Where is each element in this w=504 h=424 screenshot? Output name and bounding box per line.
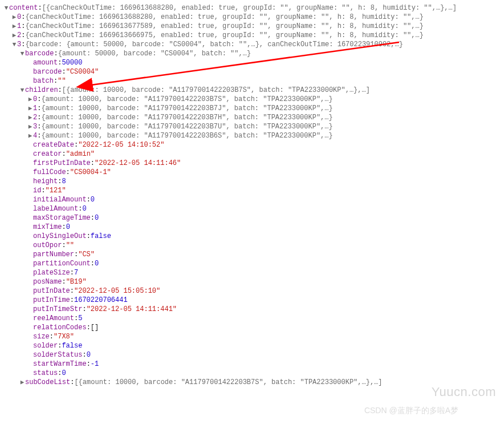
chevron-right-icon[interactable]: ▶ <box>11 13 17 22</box>
prop-posName: posName: "B19" <box>3 277 504 286</box>
chevron-down-icon[interactable]: ▼ <box>19 49 25 58</box>
watermark-site: Yuucn.com <box>432 387 496 397</box>
prop-fullCode: fullCode: "CS0004-1" <box>3 168 504 177</box>
prop-onlySingleOut: onlySingleOut: false <box>3 232 504 241</box>
prop-firstPutInDate: firstPutInDate: "2022-12-05 14:11:46" <box>3 159 504 168</box>
prop-barcode: barcode: "CS0004" <box>3 67 504 76</box>
chevron-right-icon[interactable]: ▶ <box>11 31 17 40</box>
prop-amount: amount: 50000 <box>3 58 504 67</box>
node-child-3[interactable]: ▶3: {amount: 10000, barcode: "A117970014… <box>3 122 504 131</box>
prop-solderStatus: solderStatus: 0 <box>3 350 504 360</box>
prop-plateSize: plateSize: 7 <box>3 268 504 277</box>
node-item-3[interactable]: ▼3: {barcode: {amount: 50000, barcode: "… <box>3 40 504 49</box>
chevron-right-icon[interactable]: ▶ <box>27 95 33 104</box>
prop-height: height: 8 <box>3 177 504 186</box>
prop-putInDate: putInDate: "2022-12-05 15:05:10" <box>3 286 504 296</box>
prop-partitionCount: partitionCount: 0 <box>3 259 504 268</box>
node-child-0[interactable]: ▶0: {amount: 10000, barcode: "A117970014… <box>3 95 504 104</box>
node-children[interactable]: ▼children: [{amount: 10000, barcode: "A1… <box>3 86 504 95</box>
chevron-right-icon[interactable]: ▶ <box>27 104 33 113</box>
prop-initialAmount: initialAmount: 0 <box>3 195 504 204</box>
prop-size: size: "7X8" <box>3 332 504 341</box>
prop-relationCodes: relationCodes: [] <box>3 323 504 332</box>
prop-batch: batch: "" <box>3 76 504 86</box>
chevron-right-icon[interactable]: ▶ <box>19 378 25 387</box>
json-tree: ▼content: [{canCheckOutTime: 16696136882… <box>3 3 504 387</box>
chevron-right-icon[interactable]: ▶ <box>11 22 17 31</box>
prop-putInTimeStr: putInTimeStr: "2022-12-05 14:11:441" <box>3 305 504 314</box>
node-barcode[interactable]: ▼barcode: {amount: 50000, barcode: "CS00… <box>3 49 504 58</box>
prop-startWarmTime: startWarmTime: -1 <box>3 360 504 369</box>
node-content[interactable]: ▼content: [{canCheckOutTime: 16696136882… <box>3 3 504 13</box>
prop-mixTime: mixTime: 0 <box>3 223 504 232</box>
prop-createDate: createDate: "2022-12-05 14:10:52" <box>3 140 504 150</box>
prop-maxStorageTime: maxStorageTime: 0 <box>3 213 504 223</box>
node-item-0[interactable]: ▶0: {canCheckOutTime: 1669613688280, ena… <box>3 13 504 22</box>
prop-reelAmount: reelAmount: 5 <box>3 314 504 323</box>
chevron-down-icon[interactable]: ▼ <box>3 3 9 13</box>
prop-putInTime: putInTime: 1670220706441 <box>3 296 504 305</box>
prop-status: status: 0 <box>3 369 504 378</box>
node-subcodelist[interactable]: ▶subCodeList: [{amount: 10000, barcode: … <box>3 378 504 387</box>
node-child-1[interactable]: ▶1: {amount: 10000, barcode: "A117970014… <box>3 104 504 113</box>
node-item-1[interactable]: ▶1: {canCheckOutTime: 1669613677589, ena… <box>3 22 504 31</box>
prop-solder: solder: false <box>3 341 504 350</box>
chevron-right-icon[interactable]: ▶ <box>27 122 33 131</box>
chevron-right-icon[interactable]: ▶ <box>27 113 33 122</box>
prop-labelAmount: labelAmount: 0 <box>3 204 504 213</box>
prop-outOpor: outOpor: "" <box>3 241 504 250</box>
watermark-csdn: CSDN @蓝胖子的多啦A梦 <box>364 406 458 415</box>
chevron-right-icon[interactable]: ▶ <box>27 131 33 140</box>
prop-creator: creator: "admin" <box>3 150 504 159</box>
node-child-2[interactable]: ▶2: {amount: 10000, barcode: "A117970014… <box>3 113 504 122</box>
node-child-4[interactable]: ▶4: {amount: 10000, barcode: "A117970014… <box>3 131 504 140</box>
node-item-2[interactable]: ▶2: {canCheckOutTime: 1669613666975, ena… <box>3 31 504 40</box>
prop-id: id: "121" <box>3 186 504 195</box>
prop-partNumber: partNumber: "CS" <box>3 250 504 259</box>
chevron-down-icon[interactable]: ▼ <box>19 86 25 95</box>
chevron-down-icon[interactable]: ▼ <box>11 40 17 49</box>
